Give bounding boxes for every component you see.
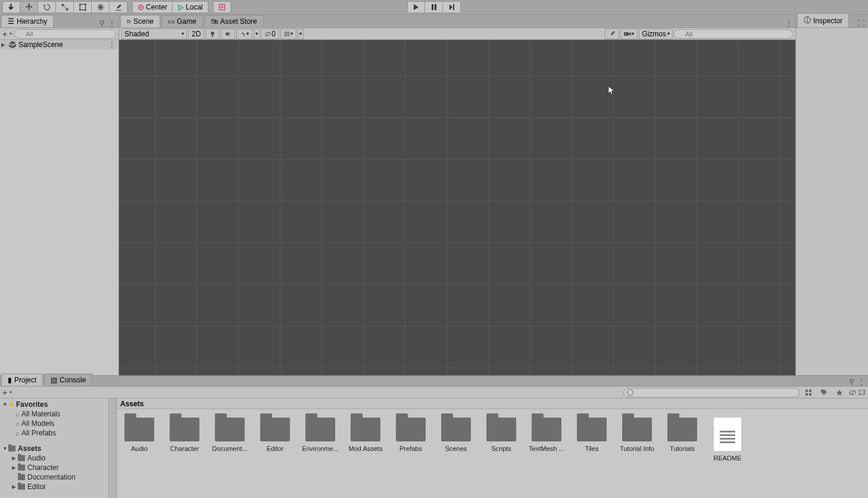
hidden-items[interactable]: 13 <box>848 388 866 397</box>
hand-tool[interactable] <box>2 1 20 13</box>
asset-item[interactable]: Environme... <box>301 418 339 462</box>
pivot-local-button[interactable]: Local <box>173 1 208 13</box>
lock-icon[interactable]: ⚲ <box>99 19 105 27</box>
tools-settings[interactable] <box>605 29 619 39</box>
hierarchy-tab-label: Hierarchy <box>17 17 47 26</box>
file-icon <box>714 418 741 451</box>
svg-rect-15 <box>805 393 808 396</box>
tab-project[interactable]: ▮Project <box>1 374 43 386</box>
rotate-tool[interactable] <box>38 1 56 13</box>
camera-settings[interactable]: ▾ <box>620 29 638 39</box>
step-button[interactable] <box>443 1 461 13</box>
asset-label: Environme... <box>301 445 339 452</box>
asset-item[interactable]: Audio <box>120 418 158 462</box>
lighting-toggle[interactable] <box>205 29 220 39</box>
grid-dropdown[interactable]: ▾ <box>298 29 304 39</box>
all-models-row[interactable]: ⌕All Models <box>0 419 116 428</box>
project-search-input[interactable] <box>623 388 800 397</box>
audio-row[interactable]: ▶Audio <box>0 453 116 463</box>
tab-scene[interactable]: ⌗Scene <box>120 15 160 27</box>
favorites-row[interactable]: ▼★Favorites <box>0 400 116 409</box>
rect-tool[interactable] <box>74 1 92 13</box>
asset-item[interactable]: Character <box>166 418 204 462</box>
asset-item[interactable]: README <box>708 418 747 462</box>
transform-tool[interactable] <box>92 1 110 13</box>
main-area: ☰ Hierarchy ⚲ ⋮ + ▾ ▶ SampleScene ⋮ <box>0 15 868 375</box>
asset-item[interactable]: Mod Assets <box>346 418 385 462</box>
scene-name-label: SampleScene <box>18 41 63 49</box>
tab-game[interactable]: ▭Game <box>161 15 203 27</box>
effects-toggle[interactable]: ▾ <box>236 29 252 39</box>
inspector-tab[interactable]: ⓘInspector <box>797 13 849 27</box>
tab-asset-store[interactable]: 🛍Asset Store <box>204 15 264 27</box>
asset-item[interactable]: Scripts <box>482 418 520 462</box>
pause-button[interactable] <box>425 1 443 13</box>
scene-search-input[interactable] <box>674 29 793 39</box>
add-button[interactable]: + <box>2 388 7 397</box>
project-tab-options: ⚲⋮ <box>849 378 868 386</box>
audio-label: Audio <box>27 454 46 462</box>
effects-dropdown[interactable]: ▾ <box>254 29 260 39</box>
hierarchy-tab[interactable]: ☰ Hierarchy <box>1 15 54 27</box>
character-label: Character <box>27 463 59 472</box>
audio-toggle[interactable] <box>221 29 235 39</box>
pivot-center-button[interactable]: Center <box>132 1 173 13</box>
move-tool[interactable] <box>20 1 38 13</box>
scene-canvas[interactable] <box>119 40 795 375</box>
context-menu-icon[interactable]: ⋮ <box>785 19 792 27</box>
breadcrumb[interactable]: Assets <box>117 399 868 409</box>
gizmos-dropdown[interactable]: Gizmos▾ <box>639 29 673 39</box>
asset-item[interactable]: Tutorial Info <box>618 418 656 462</box>
bottom-panel: ▮Project ▤Console ⚲⋮ + ▾ 13 ▼★Favorites … <box>0 375 868 498</box>
add-dropdown-icon[interactable]: ▾ <box>10 390 12 395</box>
maximize-icon[interactable]: ⛶ <box>857 19 864 27</box>
folder-icon <box>18 474 25 480</box>
assets-root-row[interactable]: ▼Assets <box>0 444 116 453</box>
2d-label: 2D <box>192 30 201 38</box>
hierarchy-tab-bar: ☰ Hierarchy ⚲ ⋮ <box>0 15 118 28</box>
project-search-wrap <box>623 388 800 397</box>
add-button[interactable]: + <box>2 29 7 39</box>
play-button[interactable] <box>407 1 425 13</box>
lock-icon[interactable]: ⚲ <box>849 378 854 386</box>
asset-item[interactable]: Editor <box>256 418 294 462</box>
shading-dropdown[interactable]: Shaded▾ <box>121 29 187 39</box>
all-prefabs-row[interactable]: ⌕All Prefabs <box>0 428 116 438</box>
console-icon: ▤ <box>51 376 57 384</box>
add-dropdown-icon[interactable]: ▾ <box>10 31 12 36</box>
asset-item[interactable]: Tiles <box>573 418 611 462</box>
all-materials-row[interactable]: ⌕All Materials <box>0 409 116 419</box>
folder-icon <box>18 484 25 490</box>
documentation-row[interactable]: Documentation <box>0 472 116 482</box>
scale-tool[interactable] <box>56 1 74 13</box>
expand-arrow-icon[interactable]: ▶ <box>1 42 8 48</box>
snap-tool[interactable] <box>213 1 231 13</box>
asset-label: Prefabs <box>392 445 430 452</box>
asset-item[interactable]: Tutorials <box>663 418 701 462</box>
all-materials-label: All Materials <box>21 410 60 418</box>
context-menu-icon[interactable]: ⋮ <box>858 378 864 386</box>
hierarchy-search-input[interactable] <box>14 29 116 39</box>
tab-console[interactable]: ▤Console <box>44 374 92 386</box>
context-menu-icon[interactable]: ⋮ <box>108 19 115 27</box>
folder-icon <box>622 418 652 441</box>
editor-row[interactable]: ▶Editor <box>0 482 116 491</box>
hidden-objects[interactable]: 0 <box>261 29 279 39</box>
asset-item[interactable]: TextMesh ... <box>527 418 566 462</box>
grid-toggle[interactable]: ▾ <box>280 29 296 39</box>
asset-item[interactable]: Document... <box>211 418 249 462</box>
search-by-label[interactable] <box>817 387 830 398</box>
scene-row[interactable]: ▶ SampleScene ⋮ <box>0 40 118 49</box>
editor-label: Editor <box>27 483 46 491</box>
character-row[interactable]: ▶Character <box>0 463 116 472</box>
info-icon: ⓘ <box>804 15 811 26</box>
custom-tool[interactable] <box>110 1 127 13</box>
tab-game-label: Game <box>177 17 196 26</box>
scene-context-menu[interactable]: ⋮ <box>108 41 118 49</box>
search-by-type[interactable] <box>802 387 815 398</box>
asset-item[interactable]: Scenes <box>437 418 475 462</box>
2d-toggle[interactable]: 2D <box>188 29 204 39</box>
asset-item[interactable]: Prefabs <box>392 418 430 462</box>
documentation-label: Documentation <box>27 473 76 481</box>
favorite-filter[interactable] <box>833 387 846 398</box>
